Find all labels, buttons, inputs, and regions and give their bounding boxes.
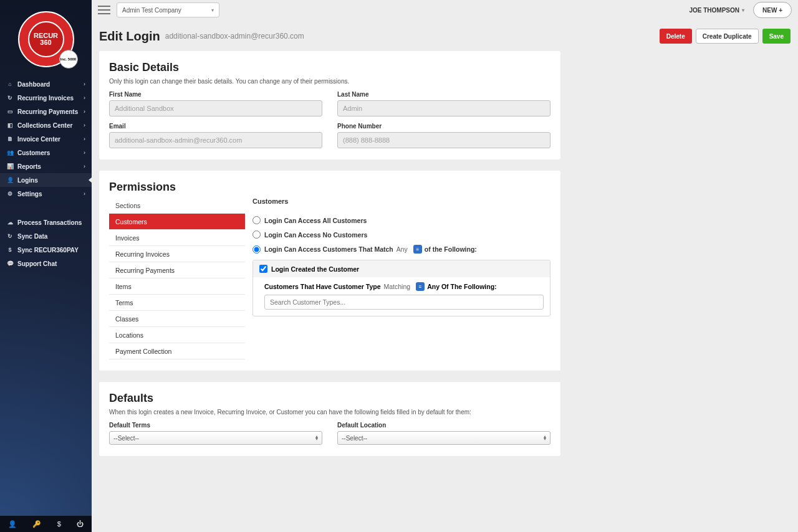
perm-tab-customers[interactable]: Customers [109,214,245,230]
user-icon[interactable]: 👤 [8,520,17,528]
nav-icon: 👤 [6,177,14,183]
user-name: JOE THOMPSON [689,7,739,14]
nav-icon: ◧ [6,122,14,128]
chevron-right-icon: › [84,150,85,156]
permissions-tabs: SectionsCustomersInvoicesRecurring Invoi… [109,197,245,359]
page-title: Edit Login [99,29,160,44]
nav-item-settings[interactable]: ⚙Settings› [0,187,92,201]
defaults-desc: When this login creates a new Invoice, R… [109,409,550,416]
nav-item-recurring-payments[interactable]: ▭Recurring Payments› [0,105,92,118]
new-button[interactable]: NEW + [753,2,792,18]
hamburger-icon[interactable] [98,6,110,14]
chevron-right-icon: › [84,163,85,169]
radio-all-label: Login Can Access All Customers [264,217,367,224]
perm-tab-classes[interactable]: Classes [109,311,245,327]
nav-icon: ⌂ [6,81,14,87]
nav-icon: ☁ [6,219,14,226]
power-icon[interactable]: ⏻ [77,520,84,528]
nav-item-invoice-center[interactable]: 🗎Invoice Center› [0,132,92,146]
key-icon[interactable]: 🔑 [32,520,41,528]
nav-secondary: ☁Process Transactions↻Sync Data$Sync REC… [0,216,92,270]
save-button[interactable]: Save [762,29,791,44]
perm-tab-payment-collection[interactable]: Payment Collection [109,343,245,359]
nav-item-logins[interactable]: 👤Logins [0,173,92,187]
nav-label: Settings [17,191,42,197]
chevron-down-icon: ▾ [742,7,744,13]
radio-no-customers[interactable] [252,230,261,239]
perm-tab-terms[interactable]: Terms [109,295,245,311]
user-menu[interactable]: JOE THOMPSON ▾ [689,7,744,14]
customer-type-matching: Matching [384,283,411,290]
nav-icon: ▭ [6,108,14,115]
radio-match-suffix: of the Following: [425,245,477,253]
nav-label: Support Chat [17,260,57,267]
nav-item-dashboard[interactable]: ⌂Dashboard› [0,77,92,91]
default-terms-select[interactable]: --Select-- ▴▾ [109,431,322,445]
type-toggle-pill[interactable]: ≡ [416,282,425,291]
last-name-input [337,100,550,116]
company-select-value: Admin Test Company [122,7,181,14]
inc5000-badge: Inc. 5000 [59,50,78,69]
radio-none-label: Login Can Access No Customers [264,231,367,239]
nav-label: Dashboard [17,81,50,88]
perm-tabs-header: Sections [109,197,245,214]
defaults-heading: Defaults [109,392,550,405]
nav-label: Logins [17,177,38,184]
duplicate-button[interactable]: Create Duplicate [696,29,759,44]
match-toggle-pill[interactable]: ≡ [413,245,422,254]
nav-label: Sync RECUR360PAY [17,247,79,254]
perm-tab-locations[interactable]: Locations [109,327,245,343]
radio-match-customers[interactable] [252,245,261,254]
page-subtitle: additional-sandbox-admin@recur360.com [165,32,304,40]
first-name-input [109,100,322,116]
nav-label: Invoice Center [17,136,60,143]
topbar: Admin Test Company ▾ JOE THOMPSON ▾ NEW … [92,0,798,20]
defaults-card: Defaults When this login creates a new I… [99,382,560,456]
nav-icon: 💬 [6,260,14,267]
perm-tab-items[interactable]: Items [109,278,245,295]
chevron-right-icon: › [84,136,85,142]
nav-item-support-chat[interactable]: 💬Support Chat [0,257,92,270]
nav-item-collections-center[interactable]: ◧Collections Center› [0,118,92,132]
nav-icon: 👥 [6,150,14,156]
updown-icon: ▴▾ [544,435,546,440]
perm-tab-recurring-invoices[interactable]: Recurring Invoices [109,246,245,262]
default-location-label: Default Location [337,422,550,429]
nav-label: Customers [17,150,50,156]
bottom-bar: 👤 🔑 $ ⏻ [0,516,92,532]
nav-label: Sync Data [17,233,47,240]
nav-label: Collections Center [17,122,72,129]
brand-logo: RECUR 360 Inc. 5000 [0,0,92,74]
radio-all-customers[interactable] [252,216,261,224]
nav-item-sync-recur360pay[interactable]: $Sync RECUR360PAY [0,243,92,257]
company-select[interactable]: Admin Test Company ▾ [117,2,219,17]
logo-text-2: 360 [40,39,51,46]
updown-icon: ▴▾ [315,435,318,440]
basic-details-card: Basic Details Only this login can change… [99,51,560,159]
nav-item-reports[interactable]: 📊Reports› [0,159,92,173]
checkbox-login-created-label: Login Created the Customer [271,265,359,273]
nav-item-sync-data[interactable]: ↻Sync Data [0,229,92,243]
delete-button[interactable]: Delete [660,29,692,44]
permissions-heading: Permissions [109,181,550,194]
checkbox-login-created[interactable] [259,265,267,273]
email-label: Email [109,123,322,130]
nav-item-process-transactions[interactable]: ☁Process Transactions [0,216,92,229]
perm-tab-invoices[interactable]: Invoices [109,230,245,246]
nav-main: ⌂Dashboard›↻Recurring Invoices›▭Recurrin… [0,77,92,201]
filter-box: Login Created the Customer Customers Tha… [252,260,550,316]
basic-heading: Basic Details [109,61,550,74]
dollar-icon[interactable]: $ [57,520,61,528]
nav-icon: 📊 [6,163,14,169]
nav-label: Recurring Payments [17,108,78,115]
nav-item-recurring-invoices[interactable]: ↻Recurring Invoices› [0,91,92,105]
nav-icon: ↻ [6,233,14,239]
phone-label: Phone Number [337,123,550,130]
perm-tab-recurring-payments[interactable]: Recurring Payments [109,262,245,278]
default-location-select[interactable]: --Select-- ▴▾ [337,431,550,445]
nav-label: Process Transactions [17,219,82,226]
nav-icon: $ [6,247,14,253]
nav-item-customers[interactable]: 👥Customers› [0,146,92,159]
search-customer-types-input[interactable] [264,295,544,310]
chevron-right-icon: › [84,191,85,197]
